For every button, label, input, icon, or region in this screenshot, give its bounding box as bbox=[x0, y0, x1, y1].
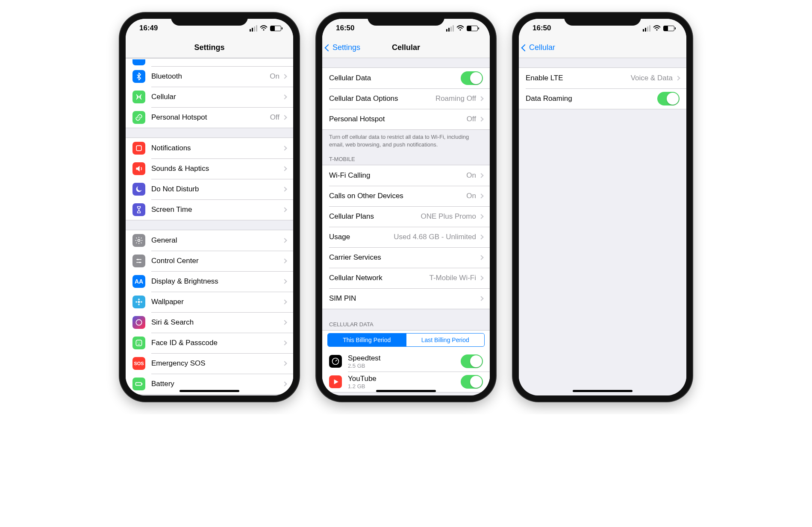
sos-icon: SOS bbox=[132, 357, 145, 370]
row-speedtest[interactable]: Speedtest2.5 GB bbox=[322, 351, 490, 372]
row-label: Cellular Data Options bbox=[329, 94, 435, 103]
cellular-list[interactable]: Cellular DataCellular Data OptionsRoamin… bbox=[322, 58, 490, 395]
row-display[interactable]: AADisplay & Brightness bbox=[126, 271, 293, 292]
row-cellular-data[interactable]: Cellular Data bbox=[322, 68, 490, 88]
row-wallpaper[interactable]: Wallpaper bbox=[126, 292, 293, 312]
settings-list[interactable]: BluetoothOnCellularPersonal HotspotOffNo… bbox=[126, 58, 293, 395]
notch bbox=[368, 13, 444, 26]
back-button[interactable]: Settings bbox=[326, 38, 360, 58]
row-label: Bluetooth bbox=[151, 72, 270, 81]
chevron-right-icon bbox=[282, 74, 287, 79]
row-usage[interactable]: UsageUsed 4.68 GB - Unlimited bbox=[322, 227, 490, 247]
row-sublabel: 2.5 GB bbox=[348, 363, 461, 369]
svg-point-11 bbox=[136, 319, 141, 325]
battery-icon bbox=[132, 378, 145, 390]
row-dnd[interactable]: Do Not Disturb bbox=[126, 179, 293, 199]
row-personal-hotspot[interactable]: Personal HotspotOff bbox=[322, 109, 490, 129]
row-bluetooth[interactable]: BluetoothOn bbox=[126, 66, 293, 87]
chevron-right-icon bbox=[675, 76, 680, 80]
home-indicator[interactable] bbox=[573, 390, 633, 392]
row-siri[interactable]: Siri & Search bbox=[126, 312, 293, 333]
svg-point-7 bbox=[138, 299, 140, 300]
row-calls-other[interactable]: Calls on Other DevicesOn bbox=[322, 186, 490, 206]
wallpaper-icon bbox=[132, 296, 145, 308]
row-data-roaming[interactable]: Data Roaming bbox=[519, 88, 686, 109]
row-general[interactable]: General bbox=[126, 230, 293, 251]
chevron-left-icon bbox=[325, 44, 332, 51]
row-label: Wallpaper bbox=[151, 298, 283, 306]
speedtest-icon bbox=[329, 355, 342, 368]
chevron-left-icon bbox=[521, 44, 529, 51]
row-carrier-services[interactable]: Carrier Services bbox=[322, 247, 490, 268]
row-detail: Voice & Data bbox=[631, 74, 673, 82]
home-indicator[interactable] bbox=[179, 390, 239, 392]
svg-point-17 bbox=[459, 29, 461, 30]
row-detail: T-Mobile Wi-Fi bbox=[429, 274, 476, 282]
row-label: Emergency SOS bbox=[151, 359, 283, 368]
svg-point-8 bbox=[138, 304, 140, 305]
svg-rect-16 bbox=[142, 383, 143, 384]
row-notifications[interactable]: Notifications bbox=[126, 138, 293, 158]
row-label: Notifications bbox=[151, 144, 283, 152]
data-roaming-switch[interactable] bbox=[657, 92, 680, 105]
chevron-right-icon bbox=[282, 279, 287, 284]
row-label: Personal Hotspot bbox=[329, 115, 467, 123]
row-sounds[interactable]: Sounds & Haptics bbox=[126, 158, 293, 179]
svg-point-10 bbox=[141, 301, 142, 303]
section-header: T-MOBILE bbox=[322, 153, 490, 165]
youtube-switch[interactable] bbox=[461, 375, 483, 389]
row-detail: ONE Plus Promo bbox=[421, 212, 476, 221]
notch bbox=[564, 13, 641, 26]
row-detail: On bbox=[466, 171, 476, 180]
row-label: Screen Time bbox=[151, 205, 283, 214]
row-sos[interactable]: SOSEmergency SOS bbox=[126, 353, 293, 374]
svg-point-6 bbox=[138, 301, 140, 303]
row-label: Wi-Fi Calling bbox=[329, 171, 466, 180]
row-cellular[interactable]: Cellular bbox=[126, 87, 293, 107]
chevron-right-icon bbox=[282, 258, 287, 263]
row-label: Data Roaming bbox=[526, 94, 657, 103]
chevron-right-icon bbox=[282, 207, 287, 212]
segment-this-period[interactable]: This Billing Period bbox=[328, 334, 406, 346]
section-header: CELLULAR DATA bbox=[322, 319, 490, 330]
row-label: Battery bbox=[151, 380, 283, 388]
row-faceid[interactable]: Face ID & Passcode bbox=[126, 333, 293, 353]
home-indicator[interactable] bbox=[376, 390, 436, 392]
chevron-right-icon bbox=[479, 193, 483, 198]
row-detail: Off bbox=[270, 113, 279, 122]
general-icon bbox=[132, 234, 145, 247]
row-detail: Roaming Off bbox=[435, 94, 476, 103]
row-sim-pin[interactable]: SIM PIN bbox=[322, 288, 490, 309]
row-cellular-network[interactable]: Cellular NetworkT-Mobile Wi-Fi bbox=[322, 268, 490, 288]
options-list[interactable]: Enable LTEVoice & DataData Roaming bbox=[519, 58, 686, 395]
row-label: Control Center bbox=[151, 257, 283, 265]
row-label: YouTube bbox=[348, 375, 461, 383]
chevron-right-icon bbox=[282, 166, 287, 171]
billing-segmented[interactable]: This Billing PeriodLast Billing Period bbox=[327, 333, 485, 347]
row-screentime[interactable]: Screen Time bbox=[126, 199, 293, 220]
segment-last-period[interactable]: Last Billing Period bbox=[406, 334, 485, 346]
row-plans[interactable]: Cellular PlansONE Plus Promo bbox=[322, 206, 490, 227]
screentime-icon bbox=[132, 203, 145, 216]
dnd-icon bbox=[132, 183, 145, 196]
row-youtube[interactable]: YouTube1.2 GB bbox=[322, 372, 490, 392]
signal-icon bbox=[250, 25, 257, 32]
speedtest-switch[interactable] bbox=[461, 354, 483, 368]
row-sublabel: 1.2 GB bbox=[348, 383, 461, 389]
svg-rect-2 bbox=[136, 146, 141, 151]
svg-point-4 bbox=[137, 259, 138, 260]
row-partial[interactable] bbox=[126, 59, 293, 66]
row-label: Face ID & Passcode bbox=[151, 339, 283, 347]
row-label: General bbox=[151, 236, 283, 245]
cellular-data-switch[interactable] bbox=[461, 71, 483, 85]
row-cellular-data-options[interactable]: Cellular Data OptionsRoaming Off bbox=[322, 88, 490, 109]
chevron-right-icon bbox=[282, 340, 287, 345]
row-hotspot[interactable]: Personal HotspotOff bbox=[126, 107, 293, 128]
back-button[interactable]: Cellular bbox=[522, 38, 555, 58]
row-label: Speedtest bbox=[348, 354, 461, 363]
row-wifi-calling[interactable]: Wi-Fi CallingOn bbox=[322, 165, 490, 186]
row-label: Siri & Search bbox=[151, 318, 283, 327]
row-enable-lte[interactable]: Enable LTEVoice & Data bbox=[519, 68, 686, 88]
row-controlcenter[interactable]: Control Center bbox=[126, 251, 293, 271]
phone-settings: 16:49 Settings BluetoothOnCellularPerson… bbox=[120, 13, 299, 401]
